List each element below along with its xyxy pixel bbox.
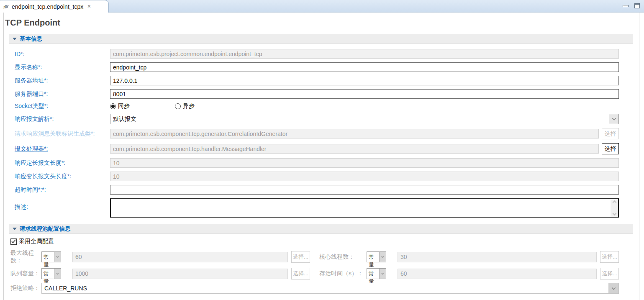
maximize-icon[interactable] bbox=[634, 3, 640, 8]
threadpool-row-1: 最大线程数： 常量 选择... 核心线程数： 常量 选择... bbox=[10, 249, 619, 264]
form-row-response-parse: 响应报文解析*: 默认报文 bbox=[15, 114, 619, 124]
core-threads-group: 核心线程数： 常量 选择... bbox=[319, 251, 619, 263]
server-port-input[interactable] bbox=[110, 89, 619, 99]
response-parse-dropdown[interactable]: 默认报文 bbox=[110, 114, 619, 124]
radio-async[interactable]: 异步 bbox=[175, 103, 240, 110]
form-row-server-address: 服务器地址*: bbox=[15, 76, 619, 85]
description-textarea[interactable] bbox=[111, 199, 611, 217]
radio-sync[interactable]: 同步 bbox=[110, 103, 175, 110]
display-name-input[interactable] bbox=[110, 62, 619, 72]
view-controls bbox=[623, 3, 640, 8]
core-threads-type-value: 常量 bbox=[367, 252, 380, 262]
var-header-length-input bbox=[110, 172, 619, 181]
correlation-class-label: 请求响应消息关联标识生成类*: bbox=[15, 130, 110, 138]
keep-alive-select-button: 选择... bbox=[600, 268, 619, 279]
editor-tab-bar: endpoint_tcp.endpoint_tcpx ✕ bbox=[0, 0, 644, 13]
keep-alive-type-dropdown: 常量 bbox=[367, 268, 386, 279]
core-threads-input bbox=[398, 252, 597, 262]
section-header-threadpool[interactable]: 请求线程池配置信息 bbox=[9, 224, 633, 234]
use-global-checkbox[interactable] bbox=[10, 238, 17, 245]
form-row-message-handler: 报文处理器*: 选择 bbox=[15, 143, 619, 154]
keep-alive-type-value: 常量 bbox=[367, 269, 380, 279]
form-row-display-name: 显示名称*: bbox=[15, 62, 619, 72]
collapse-triangle-icon bbox=[13, 228, 17, 230]
threadpool-form: 采用全局配置 最大线程数： 常量 选择... 核心线程数： 常量 选择... bbox=[4, 234, 639, 294]
message-handler-label-link[interactable]: 报文处理器*: bbox=[15, 145, 110, 153]
response-parse-label: 响应报文解析*: bbox=[15, 115, 110, 123]
queue-capacity-group: 队列容量： 常量 选择... bbox=[10, 268, 310, 279]
max-threads-type-value: 常量 bbox=[42, 252, 54, 262]
endpoint-plug-icon bbox=[3, 4, 9, 10]
max-threads-group: 最大线程数： 常量 选择... bbox=[10, 249, 310, 264]
reject-policy-dropdown[interactable]: CALLER_RUNS bbox=[41, 283, 619, 294]
core-threads-type-dropdown: 常量 bbox=[367, 251, 386, 262]
socket-type-radio-group: 同步 异步 bbox=[110, 103, 619, 110]
section-title: 请求线程池配置信息 bbox=[20, 225, 71, 233]
form-row-fixed-length: 响应定长报文长度*: bbox=[15, 158, 619, 168]
reject-policy-value: CALLER_RUNS bbox=[42, 283, 608, 293]
use-global-config-row[interactable]: 采用全局配置 bbox=[10, 238, 619, 245]
queue-capacity-input bbox=[72, 269, 288, 279]
timeout-label: 超时时间*:*: bbox=[15, 186, 110, 194]
max-threads-select-button: 选择... bbox=[291, 251, 310, 263]
message-handler-input bbox=[110, 144, 599, 154]
form-row-id: ID*: bbox=[15, 49, 619, 59]
dropdown-arrow-icon bbox=[54, 252, 61, 262]
description-scrollbar[interactable] bbox=[611, 199, 618, 217]
core-threads-select-button: 选择... bbox=[600, 251, 619, 263]
server-port-label: 服务器端口*: bbox=[15, 90, 110, 98]
radio-async-label: 异步 bbox=[183, 103, 195, 110]
form-row-socket-type: Socket类型*: 同步 异步 bbox=[15, 103, 619, 110]
radio-sync-dot[interactable] bbox=[110, 103, 116, 109]
form-row-server-port: 服务器端口*: bbox=[15, 89, 619, 99]
checkmark-icon bbox=[11, 239, 16, 244]
server-address-input[interactable] bbox=[110, 76, 619, 85]
dropdown-arrow-icon[interactable] bbox=[609, 114, 618, 124]
basic-info-form: ID*: 显示名称*: 服务器地址*: 服务器端口*: Socket类型*: 同… bbox=[4, 44, 639, 218]
queue-capacity-type-value: 常量 bbox=[42, 269, 54, 279]
fixed-length-input bbox=[110, 158, 619, 168]
keep-alive-input bbox=[398, 269, 597, 279]
scroll-up-icon[interactable] bbox=[612, 200, 616, 205]
queue-capacity-type-dropdown: 常量 bbox=[41, 268, 61, 279]
dropdown-arrow-icon bbox=[380, 269, 386, 279]
form-row-correlation-class: 请求响应消息关联标识生成类*: 选择 bbox=[15, 128, 619, 139]
dropdown-arrow-icon[interactable] bbox=[608, 283, 618, 293]
var-header-length-label: 响应变长报文头长度*: bbox=[15, 173, 110, 180]
queue-capacity-label: 队列容量： bbox=[10, 270, 41, 277]
form-row-description: 描述: bbox=[15, 198, 619, 218]
description-label: 描述: bbox=[15, 203, 110, 211]
description-textarea-frame bbox=[110, 198, 619, 218]
editor-tab[interactable]: endpoint_tcp.endpoint_tcpx ✕ bbox=[0, 0, 109, 13]
fixed-length-label: 响应定长报文长度*: bbox=[15, 159, 110, 167]
socket-type-label: Socket类型*: bbox=[15, 103, 110, 110]
section-title: 基本信息 bbox=[20, 35, 42, 43]
scroll-down-icon[interactable] bbox=[612, 211, 616, 215]
message-handler-select-button[interactable]: 选择 bbox=[602, 143, 619, 154]
max-threads-input bbox=[72, 252, 288, 262]
keep-alive-label: 存活时间（s）： bbox=[319, 270, 367, 277]
tab-close-icon[interactable]: ✕ bbox=[87, 4, 91, 9]
id-label: ID*: bbox=[15, 51, 110, 57]
section-header-basic-info[interactable]: 基本信息 bbox=[9, 34, 633, 44]
reject-policy-label: 拒绝策略： bbox=[10, 285, 41, 292]
timeout-input[interactable] bbox=[110, 185, 619, 195]
page-title: TCP Endpoint bbox=[5, 18, 639, 28]
radio-async-dot[interactable] bbox=[175, 103, 181, 109]
max-threads-label: 最大线程数： bbox=[10, 249, 41, 264]
dropdown-arrow-icon bbox=[380, 252, 386, 262]
display-name-label: 显示名称*: bbox=[15, 64, 110, 71]
threadpool-row-2: 队列容量： 常量 选择... 存活时间（s）： 常量 选择... bbox=[10, 268, 619, 279]
radio-sync-label: 同步 bbox=[118, 103, 130, 110]
keep-alive-group: 存活时间（s）： 常量 选择... bbox=[319, 268, 619, 279]
dropdown-arrow-icon bbox=[54, 269, 61, 279]
id-input bbox=[110, 49, 619, 59]
core-threads-label: 核心线程数： bbox=[319, 253, 367, 261]
form-row-var-header-length: 响应变长报文头长度*: bbox=[15, 172, 619, 181]
server-address-label: 服务器地址*: bbox=[15, 77, 110, 85]
max-threads-type-dropdown: 常量 bbox=[41, 251, 61, 262]
minimize-icon[interactable] bbox=[623, 5, 629, 7]
use-global-label: 采用全局配置 bbox=[19, 238, 54, 245]
queue-capacity-select-button: 选择... bbox=[291, 268, 310, 279]
response-parse-value: 默认报文 bbox=[110, 114, 609, 124]
